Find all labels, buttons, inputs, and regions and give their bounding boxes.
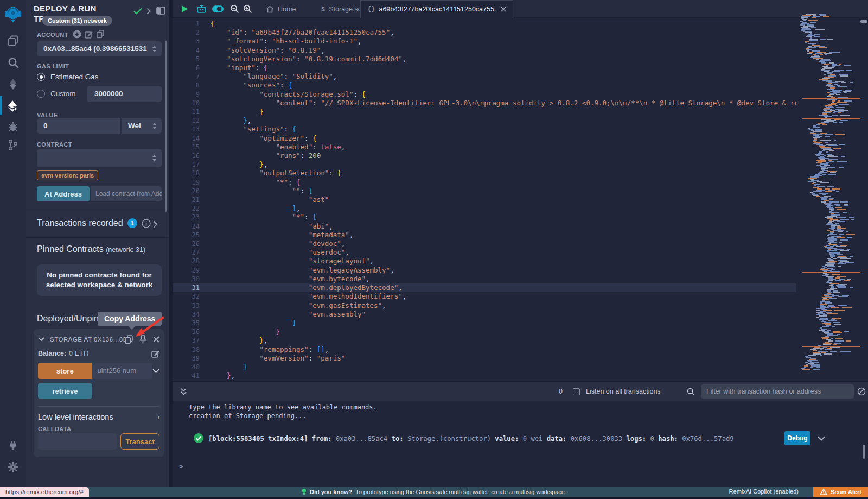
deployed-contracts-header: Deployed/Unpinn <box>37 314 104 324</box>
code-line: 25 "metadata", <box>173 231 796 239</box>
custom-gas-input[interactable]: 3000000 <box>87 86 162 102</box>
line-number: 32 <box>173 292 210 301</box>
code-line: 16 "runs": 200 <box>173 151 796 160</box>
contract-instance-title: STORAGE AT 0X136...8B78 <box>50 336 125 343</box>
low-level-row: Low level interactions i <box>38 412 159 422</box>
tx-field-value: 0 <box>650 435 659 443</box>
account-select[interactable]: 0xA03...85ac4 (0.39866531531 <box>37 41 162 56</box>
sign-message-icon[interactable] <box>85 30 93 39</box>
collapse-panel-icon[interactable] <box>146 8 151 15</box>
listen-checkbox[interactable] <box>573 388 580 395</box>
expand-terminal-icon[interactable] <box>180 388 187 396</box>
deploy-run-icon[interactable] <box>0 97 26 115</box>
terminal-prompt[interactable]: > <box>179 462 183 470</box>
minimap[interactable] <box>799 14 863 372</box>
add-account-icon[interactable] <box>73 30 81 39</box>
run-script-icon[interactable] <box>181 5 188 13</box>
terminal-scrollbar[interactable] <box>863 445 865 459</box>
tab-json-active[interactable]: {} a69b43f277ba20fcac141151250ca755.json <box>360 0 513 18</box>
tab-home[interactable]: Home <box>259 0 302 18</box>
panel-scrollbar[interactable] <box>165 41 167 212</box>
search-transactions-icon[interactable] <box>687 388 695 396</box>
tx-field-label: logs: <box>627 435 650 443</box>
code-line: 34 "evm.assembly" <box>173 310 796 319</box>
tx-field-label: value: <box>495 435 522 443</box>
line-number: 10 <box>173 99 210 108</box>
lightbulb-icon <box>302 488 307 495</box>
listen-count: 0 <box>559 388 563 395</box>
editor-area: Home S Storage.sol {} a69b43f277ba20fcac… <box>173 0 868 381</box>
expand-args-icon[interactable] <box>152 369 159 374</box>
tx-field-label: hash: <box>658 435 682 443</box>
code-editor[interactable]: 1{2 "id": "a69b43f277ba20fcac141151250ca… <box>173 20 796 381</box>
code-line: 24 "abi", <box>173 222 796 231</box>
clear-console-icon[interactable] <box>857 387 866 396</box>
code-line: 15 "enabled": false, <box>173 143 796 151</box>
calldata-input[interactable] <box>38 433 117 450</box>
code-line: 3 "_format": "hh-sol-build-info-1", <box>173 37 796 46</box>
settings-gear-icon[interactable] <box>0 459 26 475</box>
transaction-log-line[interactable]: [block:5583405 txIndex:4] from: 0xa03...… <box>208 435 734 443</box>
code-line: 8 "sources": { <box>173 81 796 90</box>
tx-field-label: from: <box>312 435 336 443</box>
radio-unselected-icon <box>37 90 45 98</box>
solidity-compiler-icon[interactable] <box>0 76 26 92</box>
balance-row: Balance: 0 ETH <box>38 349 159 358</box>
value-input[interactable]: 0 <box>37 118 120 134</box>
copilot-status[interactable]: RemixAI Copilot (enabled) <box>729 488 799 495</box>
contract-select[interactable] <box>37 149 162 167</box>
transact-button[interactable]: Transact <box>120 433 159 450</box>
value-unit-select[interactable]: Wei <box>122 118 162 134</box>
solidity-file-icon: S <box>321 5 325 13</box>
info-icon[interactable]: i <box>157 413 159 421</box>
copy-account-icon[interactable] <box>97 30 104 39</box>
code-line: 40 } <box>173 363 796 371</box>
expand-transactions-icon[interactable] <box>153 220 158 228</box>
file-explorer-icon[interactable] <box>0 33 26 49</box>
line-number: 31 <box>173 283 210 292</box>
at-address-button[interactable]: At Address <box>37 186 90 201</box>
git-branch-icon[interactable] <box>0 137 26 153</box>
line-number: 33 <box>173 301 210 310</box>
line-number: 30 <box>173 275 210 283</box>
pin-panel-icon[interactable] <box>156 7 165 15</box>
scam-alert-badge[interactable]: Scam Alert <box>813 487 868 497</box>
info-icon[interactable] <box>142 219 151 228</box>
at-address-input[interactable]: Load contract from Addre <box>91 186 162 201</box>
plugin-manager-icon[interactable] <box>0 437 26 453</box>
line-number: 28 <box>173 257 210 266</box>
remix-logo-icon[interactable] <box>0 4 26 24</box>
close-tab-icon[interactable] <box>501 7 506 12</box>
ai-assistant-icon[interactable] <box>196 4 207 14</box>
expand-tx-icon[interactable] <box>817 436 826 441</box>
chevron-down-icon[interactable] <box>38 337 44 342</box>
warning-icon <box>820 489 827 495</box>
store-button[interactable]: store <box>38 363 92 379</box>
store-arg-input[interactable]: uint256 num <box>92 363 152 379</box>
filter-transactions-input[interactable] <box>701 384 854 399</box>
tx-field-value: 0x76d...57ad9 <box>682 435 733 443</box>
retrieve-button[interactable]: retrieve <box>38 383 92 399</box>
code-line: 41 }, <box>173 371 796 380</box>
line-number: 6 <box>173 64 210 72</box>
line-number: 34 <box>173 310 210 319</box>
debugger-icon[interactable] <box>0 118 26 135</box>
line-number: 40 <box>173 363 210 371</box>
editor-tabbar: Home S Storage.sol {} a69b43f277ba20fcac… <box>173 0 868 18</box>
zoom-in-icon[interactable] <box>243 4 252 14</box>
custom-gas-radio[interactable]: Custom <box>37 90 76 98</box>
edit-balance-icon[interactable] <box>151 350 159 358</box>
red-arrow-annotation <box>128 314 167 340</box>
calldata-row: Transact <box>38 433 159 450</box>
line-number: 8 <box>173 81 210 90</box>
copilot-toggle-icon[interactable] <box>212 5 224 13</box>
line-number: 1 <box>173 20 210 28</box>
zoom-out-icon[interactable] <box>230 4 239 14</box>
editor-scrollbar-thumb[interactable] <box>860 20 867 23</box>
tx-field-value: 0 wei <box>523 435 547 443</box>
estimated-gas-radio[interactable]: Estimated Gas <box>37 73 99 81</box>
transactions-recorded-row: Transactions recorded 1 <box>37 218 151 228</box>
search-icon[interactable] <box>0 54 26 71</box>
debug-button[interactable]: Debug <box>784 431 810 445</box>
line-number: 14 <box>173 134 210 143</box>
